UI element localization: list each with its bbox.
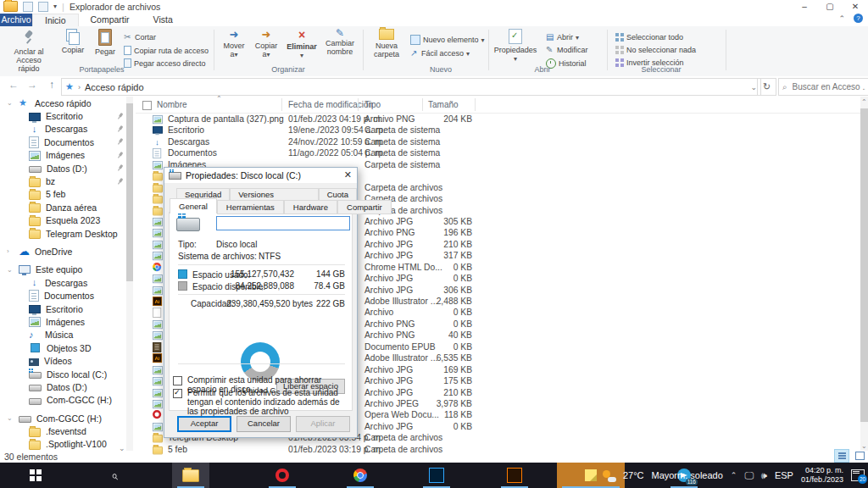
column-header-tamano[interactable]: Tamaño <box>428 100 459 109</box>
sidebar-scrollbar-thumb[interactable] <box>126 103 133 281</box>
new-folder-button[interactable]: Nueva carpeta <box>368 28 405 58</box>
taskbar-search-button[interactable]: ⌕ <box>96 463 133 488</box>
dialog-tab[interactable]: Compartir <box>337 200 392 214</box>
select-all-checkbox[interactable] <box>142 101 152 110</box>
file-row[interactable]: Captura de pantalla (327).png 01/feb./20… <box>136 114 860 125</box>
delete-button[interactable]: × Eliminar ▾ <box>285 28 319 60</box>
sidebar-item[interactable]: 5 feb <box>0 188 136 201</box>
sidebar-item[interactable]: Com-CGCC (H:) <box>0 412 136 424</box>
file-row[interactable]: Documentos 11/ago./2022 05:04 p. m. Carp… <box>136 148 860 159</box>
file-row[interactable]: 5 feb 01/feb./2023 03:19 p. m. Carpeta d… <box>136 445 860 456</box>
sidebar-item[interactable]: .fseventsd <box>0 424 136 437</box>
column-header-tipo[interactable]: Tipo <box>364 100 381 109</box>
cancel-button[interactable]: Cancelar <box>236 416 291 432</box>
weather-icon[interactable] <box>603 470 615 481</box>
expand-chevron-icon[interactable] <box>7 247 14 255</box>
ribbon-tab[interactable]: Compartir <box>79 14 142 26</box>
search-input[interactable] <box>791 81 867 92</box>
action-center-icon[interactable]: 20 <box>851 469 865 481</box>
large-icons-view-button[interactable] <box>852 449 867 463</box>
compress-checkbox[interactable] <box>173 376 182 385</box>
sidebar-scroll-down-icon[interactable]: ⌄ <box>119 444 125 452</box>
sidebar-item[interactable]: bz <box>0 175 136 187</box>
show-hidden-icons-chevron[interactable]: ⌃ <box>731 471 737 480</box>
sidebar-item[interactable]: Datos (D:) <box>0 162 136 175</box>
volume-label-input[interactable] <box>216 216 350 230</box>
easy-access-button[interactable]: ↗ Fácil acceso▾ <box>410 49 470 58</box>
sidebar-item[interactable]: Este equipo <box>0 263 136 276</box>
ribbon-tab[interactable]: Vista <box>142 14 185 26</box>
details-view-button[interactable] <box>834 449 849 463</box>
copy-path-button[interactable]: Copiar ruta de acceso <box>124 46 209 55</box>
close-button[interactable]: ✕ <box>843 0 868 14</box>
breadcrumb[interactable]: ★ › Acceso rápido ⌄ <box>61 78 761 96</box>
column-header-fecha[interactable]: Fecha de modificación <box>288 100 373 109</box>
qat-button-2[interactable] <box>38 2 48 12</box>
volume-icon[interactable]: 🕪 <box>761 470 767 481</box>
network-icon[interactable]: 🖵 <box>744 470 754 481</box>
sidebar-item[interactable]: Com-CGCC (H:) <box>0 394 136 407</box>
list-scrollbar[interactable] <box>860 97 868 451</box>
accept-button[interactable]: Aceptar <box>177 416 231 432</box>
sidebar-item[interactable]: Objetos 3D <box>0 341 136 354</box>
expand-chevron-icon[interactable] <box>7 266 14 274</box>
breadcrumb-location[interactable]: Acceso rápido <box>85 82 144 92</box>
rename-button[interactable]: ✎ Cambiar nombre <box>322 28 358 56</box>
move-to-button[interactable]: ➜ Mover a▾ <box>219 28 249 59</box>
refresh-button[interactable]: ↻ <box>757 78 776 96</box>
dialog-tab[interactable]: Versiones anteriores <box>230 188 318 201</box>
sidebar-item[interactable]: Vídeos <box>0 354 136 367</box>
dialog-tab[interactable]: Hardware <box>284 200 337 214</box>
sidebar-item[interactable]: Telegram Desktop <box>0 227 136 240</box>
qat-button-1[interactable] <box>23 2 33 12</box>
sidebar-item[interactable]: Escritorio <box>0 109 136 122</box>
sidebar-item[interactable]: Descargas <box>0 276 136 289</box>
dialog-tab[interactable]: General <box>170 198 217 214</box>
language-indicator[interactable]: ESP <box>775 470 793 480</box>
taskbar-app-button[interactable] <box>496 463 533 488</box>
dialog-close-icon[interactable]: ✕ <box>344 169 352 180</box>
open-button[interactable]: ▤ Abrir▾ <box>546 33 579 42</box>
list-scrollbar-thumb[interactable] <box>860 108 868 422</box>
weather-description[interactable]: Mayorm. soleado <box>651 470 722 480</box>
help-icon[interactable]: ? <box>854 14 863 23</box>
new-item-button[interactable]: Nuevo elemento▾ <box>410 35 485 45</box>
sidebar-item[interactable]: Descargas <box>0 123 136 136</box>
weather-temp[interactable]: 27°C <box>623 470 644 480</box>
up-icon[interactable]: ↑ <box>49 79 54 91</box>
paste-button[interactable]: Pegar <box>90 28 120 56</box>
copy-to-button[interactable]: ➜ Copiar a▾ <box>251 28 281 59</box>
column-header-nombre[interactable]: Nombre <box>157 100 187 109</box>
pin-to-quick-access-button[interactable]: Anclar al Acceso rápido <box>5 28 53 73</box>
index-checkbox-row[interactable]: Permitir que los archivos de esta unidad… <box>173 388 352 416</box>
properties-button[interactable]: Propiedades ▾ <box>493 28 537 64</box>
scroll-up-icon[interactable]: ⌃ <box>861 98 867 106</box>
sidebar-item[interactable]: Acceso rápido <box>0 97 136 109</box>
select-all-button[interactable]: Seleccionar todo <box>615 33 683 42</box>
edit-button[interactable]: ✎ Modificar <box>546 46 588 54</box>
sidebar-item[interactable]: Datos (D:) <box>0 380 136 393</box>
expand-chevron-icon[interactable] <box>7 99 14 107</box>
taskbar-app-button[interactable] <box>342 463 379 488</box>
taskbar-app-button[interactable] <box>418 463 455 488</box>
tab-archivo[interactable]: Archivo <box>0 14 32 26</box>
apply-button[interactable]: Aplicar <box>296 416 350 432</box>
file-row[interactable]: Descargas 24/nov./2022 10:59 a. m. Carpe… <box>136 137 860 148</box>
clock[interactable]: 04:20 p. m. 01/feb./2023 <box>801 466 843 485</box>
collapse-ribbon-icon[interactable]: ⌃ <box>838 14 845 23</box>
sidebar-item[interactable]: Imágenes <box>0 315 136 328</box>
dialog-tab[interactable]: Cuota <box>319 188 357 201</box>
file-row[interactable]: Escritorio 19/ene./2023 09:54 a. m. Carp… <box>136 125 860 136</box>
sidebar-item[interactable]: Escritorio <box>0 302 136 315</box>
taskbar-app-button[interactable] <box>264 463 301 488</box>
taskbar-app-button[interactable] <box>172 463 209 488</box>
index-checkbox[interactable] <box>173 389 182 398</box>
maximize-button[interactable]: ▢ <box>817 0 843 14</box>
sidebar-item[interactable]: Documentos <box>0 136 136 148</box>
forward-icon[interactable]: → <box>27 79 37 91</box>
back-icon[interactable]: ← <box>8 79 19 91</box>
sidebar-item[interactable]: Documentos <box>0 289 136 302</box>
copy-button[interactable]: Copiar <box>56 28 90 54</box>
dialog-tab[interactable]: Herramientas <box>217 200 284 214</box>
breadcrumb-dropdown-icon[interactable]: ⌄ <box>750 83 757 92</box>
